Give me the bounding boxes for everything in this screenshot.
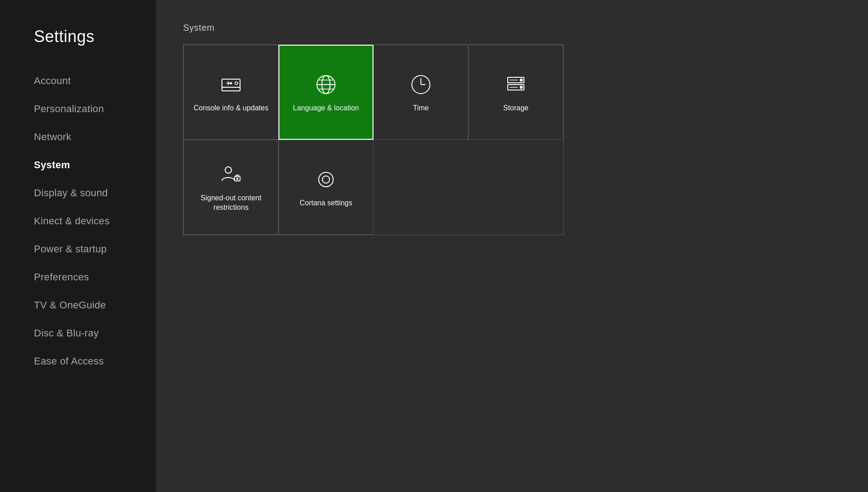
- cell-label-signed-out: Signed-out content restrictions: [184, 194, 278, 213]
- svg-point-16: [520, 79, 523, 81]
- storage-icon: [503, 72, 528, 97]
- sidebar-item-kinect-devices[interactable]: Kinect & devices: [34, 213, 156, 229]
- grid-cell-console-info[interactable]: Console info & updates: [184, 45, 278, 140]
- grid-cell-empty1: [373, 140, 468, 235]
- sidebar-item-power-startup[interactable]: Power & startup: [34, 241, 156, 257]
- grid-cell-time[interactable]: Time: [373, 45, 468, 140]
- cell-label-language-location: Language & location: [288, 104, 364, 113]
- grid-cell-language-location[interactable]: Language & location: [278, 45, 373, 140]
- sidebar-item-account[interactable]: Account: [34, 73, 156, 89]
- sidebar-item-display-sound[interactable]: Display & sound: [34, 185, 156, 201]
- svg-point-3: [231, 82, 232, 84]
- cortana-icon: [313, 167, 339, 192]
- sidebar-item-network[interactable]: Network: [34, 129, 156, 145]
- svg-point-20: [225, 167, 231, 173]
- grid-cell-cortana[interactable]: Cortana settings: [278, 140, 373, 235]
- sidebar: Settings AccountPersonalizationNetworkSy…: [0, 0, 156, 492]
- sidebar-item-preferences[interactable]: Preferences: [34, 270, 156, 285]
- console-icon: [218, 72, 244, 97]
- sidebar-nav: AccountPersonalizationNetworkSystemDispl…: [34, 73, 156, 369]
- sidebar-item-system[interactable]: System: [34, 157, 156, 173]
- app-title: Settings: [34, 27, 156, 46]
- cell-label-console-info: Console info & updates: [188, 104, 274, 113]
- svg-point-23: [319, 172, 333, 187]
- grid-cell-signed-out[interactable]: Signed-out content restrictions: [184, 140, 278, 235]
- clock-icon: [408, 72, 434, 97]
- svg-point-17: [520, 86, 523, 88]
- svg-rect-0: [222, 79, 240, 91]
- svg-point-2: [235, 82, 238, 85]
- svg-point-24: [322, 176, 330, 183]
- sidebar-item-tv-oneguide[interactable]: TV & OneGuide: [34, 298, 156, 313]
- sidebar-item-personalization[interactable]: Personalization: [34, 101, 156, 117]
- main-content: System Console info & updates Language &…: [156, 0, 868, 492]
- settings-grid: Console info & updates Language & locati…: [183, 44, 564, 235]
- globe-icon: [313, 72, 339, 97]
- grid-cell-empty2: [468, 140, 563, 235]
- sidebar-item-disc-bluray[interactable]: Disc & Blu-ray: [34, 326, 156, 341]
- svg-point-22: [237, 178, 238, 180]
- cell-label-time: Time: [408, 104, 434, 113]
- sidebar-item-ease-of-access[interactable]: Ease of Access: [34, 354, 156, 369]
- users-lock-icon: [218, 162, 244, 187]
- section-title: System: [183, 23, 841, 33]
- grid-cell-storage[interactable]: Storage: [468, 45, 563, 140]
- cell-label-storage: Storage: [498, 104, 534, 113]
- cell-label-cortana: Cortana settings: [294, 199, 358, 208]
